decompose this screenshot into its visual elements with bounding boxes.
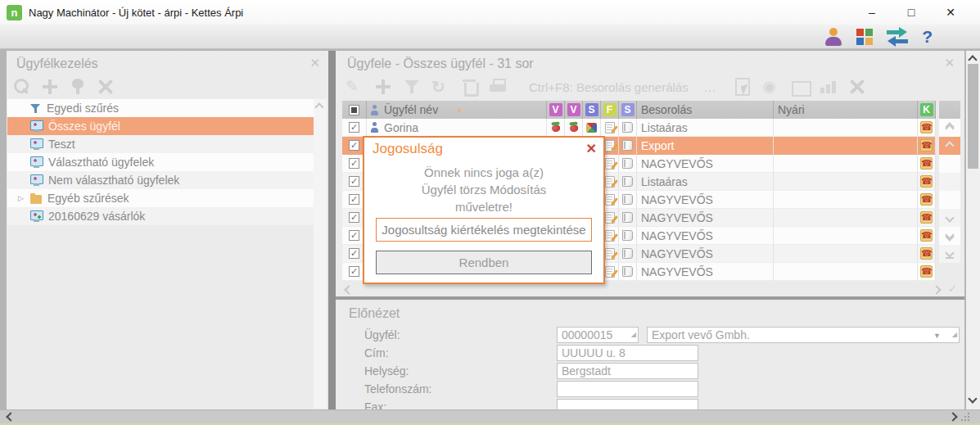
transfer-arrows-icon[interactable] — [886, 28, 909, 46]
row-checkbox[interactable] — [349, 158, 359, 169]
phone-icon[interactable] — [920, 193, 933, 206]
nav-down-icon[interactable] — [939, 209, 960, 227]
scroll-right-icon[interactable] — [932, 285, 941, 294]
delete-icon[interactable] — [460, 78, 478, 96]
tree-item[interactable]: 20160629 vásárlók — [7, 207, 314, 225]
notepad-icon — [605, 140, 615, 151]
disable-icon[interactable] — [848, 78, 866, 96]
nav-page-up-icon[interactable] — [939, 119, 960, 137]
tree-view-icon[interactable] — [69, 78, 87, 96]
field-input[interactable]: UUUUU u. 8 — [557, 345, 698, 361]
scroll-left-icon[interactable] — [6, 412, 15, 421]
client-id-field[interactable]: 00000015 — [557, 327, 639, 343]
phone-icon[interactable] — [920, 265, 933, 278]
tree-item[interactable]: Választható ügyfelek — [7, 153, 314, 171]
row-checkbox[interactable] — [349, 194, 359, 205]
badge-header-cell[interactable]: V — [565, 101, 583, 119]
book-icon — [622, 122, 633, 133]
nav-last-icon[interactable] — [939, 245, 960, 263]
scroll-up-icon[interactable] — [968, 55, 977, 64]
add-icon[interactable] — [374, 78, 392, 96]
horizontal-scrollbar[interactable] — [0, 410, 980, 423]
tree-item[interactable]: Egyedi szűrés — [7, 99, 314, 117]
row-checkbox[interactable] — [349, 122, 359, 133]
table-row[interactable]: GorinaListaáras — [342, 119, 936, 137]
nav-up-icon[interactable] — [939, 137, 960, 155]
field-input[interactable] — [557, 399, 698, 409]
preview-field-row: Telefonszám: — [336, 381, 964, 397]
phone-icon[interactable] — [920, 157, 933, 170]
modules-grid-icon[interactable] — [856, 29, 873, 45]
client-name-dropdown[interactable]: Export vevő Gmbh. — [647, 327, 960, 343]
application-window: n Nagy Machinátor - Új kötet - árpi - Ke… — [0, 0, 980, 425]
badge-header-cell[interactable]: V — [547, 101, 565, 119]
phone-icon[interactable] — [920, 139, 933, 151]
scroll-left-icon[interactable] — [344, 285, 353, 294]
window-layout-icon[interactable] — [791, 78, 809, 96]
print-icon[interactable] — [489, 78, 507, 96]
refresh-icon[interactable]: ↻ — [431, 78, 449, 96]
ok-button[interactable]: Rendben — [376, 251, 592, 274]
confirm-check-icon[interactable]: ✓ — [948, 283, 957, 295]
tree-item[interactable]: ▷Egyéb szűrések — [7, 189, 314, 207]
select-all-header-cell[interactable] — [342, 101, 367, 119]
tree-item[interactable]: Nem választható ügyfelek — [7, 171, 314, 189]
right-panel-close-icon[interactable]: ✕ — [944, 56, 955, 70]
phone-icon[interactable] — [920, 247, 933, 260]
phone-icon[interactable] — [920, 121, 933, 133]
view-permission-evaluation-button[interactable]: Jogosultság kiértékelés megtekintése — [376, 218, 592, 242]
nyari-header-cell[interactable]: Nyári — [774, 101, 918, 119]
more-icon[interactable]: ... — [704, 80, 717, 94]
book-icon — [622, 248, 633, 259]
scroll-down-icon[interactable] — [968, 394, 977, 403]
besorolas-header-cell[interactable]: Besorolás — [637, 101, 774, 119]
left-panel-close-icon[interactable]: ✕ — [309, 56, 320, 70]
nav-page-down-icon[interactable] — [939, 227, 960, 245]
nav-first-icon[interactable] — [939, 101, 960, 119]
filter-icon[interactable] — [403, 78, 421, 96]
close-button[interactable]: ✕ — [931, 0, 970, 25]
add-icon[interactable] — [41, 78, 59, 96]
tree-item[interactable]: Teszt — [7, 135, 314, 153]
user-icon[interactable] — [824, 28, 843, 46]
help-icon[interactable]: ? — [922, 28, 933, 46]
row-checkbox[interactable] — [349, 266, 359, 277]
chart-icon[interactable] — [820, 78, 838, 96]
phone-icon[interactable] — [920, 229, 933, 242]
dialog-close-icon[interactable]: ✕ — [586, 141, 597, 156]
report-icon[interactable] — [734, 78, 752, 96]
tree-scrollbar[interactable] — [314, 99, 327, 409]
scroll-right-icon[interactable] — [948, 412, 957, 421]
badge-header-cell[interactable]: S — [583, 101, 601, 119]
row-select-cell[interactable] — [342, 119, 367, 137]
maximize-button[interactable]: □ — [892, 0, 931, 25]
expand-icon[interactable]: ▷ — [18, 194, 24, 202]
nyari-cell — [774, 137, 918, 155]
phone-icon[interactable] — [920, 175, 933, 188]
phone-icon[interactable] — [920, 211, 933, 224]
panel-splitter[interactable] — [328, 51, 336, 409]
vertical-scrollbar[interactable] — [966, 51, 980, 409]
resize-grip-icon[interactable] — [968, 413, 969, 414]
row-checkbox[interactable] — [349, 176, 359, 187]
row-checkbox[interactable] — [349, 230, 359, 241]
header-checkbox[interactable] — [349, 105, 359, 115]
row-checkbox[interactable] — [349, 248, 359, 259]
minimize-button[interactable]: – — [852, 0, 892, 25]
name-header-cell[interactable]: Ügyfél név▲ — [367, 101, 547, 119]
view-icon[interactable]: ◉ — [762, 78, 780, 96]
field-input[interactable] — [557, 381, 698, 397]
tree-item[interactable]: Összes ügyfél — [7, 117, 314, 135]
scroll-up-icon[interactable] — [314, 102, 323, 111]
monitor-icon — [30, 174, 43, 186]
k-header-cell[interactable]: K — [918, 101, 936, 119]
badge-header-cell[interactable]: F — [601, 101, 619, 119]
edit-icon[interactable]: ✎ — [345, 78, 364, 96]
row-checkbox[interactable] — [349, 212, 359, 223]
badge-header-cell[interactable]: S — [619, 101, 637, 119]
disable-filter-icon[interactable] — [97, 78, 115, 96]
search-icon[interactable] — [13, 78, 31, 96]
field-input[interactable]: Bergstadt — [557, 363, 698, 379]
row-checkbox[interactable] — [349, 140, 359, 151]
scrollbar-thumb[interactable] — [968, 64, 978, 169]
